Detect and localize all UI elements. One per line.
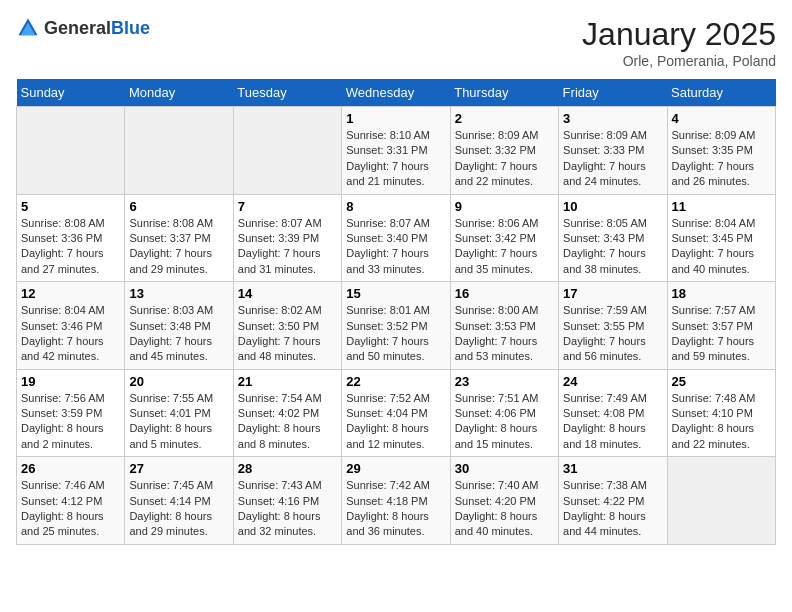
day-content: Sunrise: 7:46 AMSunset: 4:12 PMDaylight:… — [21, 478, 120, 540]
day-cell — [233, 107, 341, 195]
day-number: 11 — [672, 199, 771, 214]
day-content: Sunrise: 8:09 AMSunset: 3:32 PMDaylight:… — [455, 128, 554, 190]
day-cell: 30Sunrise: 7:40 AMSunset: 4:20 PMDayligh… — [450, 457, 558, 545]
day-number: 9 — [455, 199, 554, 214]
day-content: Sunrise: 7:57 AMSunset: 3:57 PMDaylight:… — [672, 303, 771, 365]
day-cell: 11Sunrise: 8:04 AMSunset: 3:45 PMDayligh… — [667, 194, 775, 282]
day-number: 28 — [238, 461, 337, 476]
header-thursday: Thursday — [450, 79, 558, 107]
week-row-1: 5Sunrise: 8:08 AMSunset: 3:36 PMDaylight… — [17, 194, 776, 282]
day-cell: 25Sunrise: 7:48 AMSunset: 4:10 PMDayligh… — [667, 369, 775, 457]
day-content: Sunrise: 8:00 AMSunset: 3:53 PMDaylight:… — [455, 303, 554, 365]
day-content: Sunrise: 7:49 AMSunset: 4:08 PMDaylight:… — [563, 391, 662, 453]
day-cell: 6Sunrise: 8:08 AMSunset: 3:37 PMDaylight… — [125, 194, 233, 282]
logo: GeneralBlue — [16, 16, 150, 40]
day-content: Sunrise: 8:09 AMSunset: 3:35 PMDaylight:… — [672, 128, 771, 190]
week-row-2: 12Sunrise: 8:04 AMSunset: 3:46 PMDayligh… — [17, 282, 776, 370]
day-content: Sunrise: 8:01 AMSunset: 3:52 PMDaylight:… — [346, 303, 445, 365]
day-cell: 23Sunrise: 7:51 AMSunset: 4:06 PMDayligh… — [450, 369, 558, 457]
day-content: Sunrise: 7:40 AMSunset: 4:20 PMDaylight:… — [455, 478, 554, 540]
header-sunday: Sunday — [17, 79, 125, 107]
day-content: Sunrise: 8:06 AMSunset: 3:42 PMDaylight:… — [455, 216, 554, 278]
day-content: Sunrise: 7:45 AMSunset: 4:14 PMDaylight:… — [129, 478, 228, 540]
day-cell: 2Sunrise: 8:09 AMSunset: 3:32 PMDaylight… — [450, 107, 558, 195]
day-content: Sunrise: 8:07 AMSunset: 3:39 PMDaylight:… — [238, 216, 337, 278]
day-cell: 16Sunrise: 8:00 AMSunset: 3:53 PMDayligh… — [450, 282, 558, 370]
day-number: 12 — [21, 286, 120, 301]
day-number: 21 — [238, 374, 337, 389]
logo-text-blue: Blue — [111, 18, 150, 38]
header-wednesday: Wednesday — [342, 79, 450, 107]
day-cell: 19Sunrise: 7:56 AMSunset: 3:59 PMDayligh… — [17, 369, 125, 457]
day-number: 20 — [129, 374, 228, 389]
day-cell: 17Sunrise: 7:59 AMSunset: 3:55 PMDayligh… — [559, 282, 667, 370]
day-cell: 8Sunrise: 8:07 AMSunset: 3:40 PMDaylight… — [342, 194, 450, 282]
day-cell: 18Sunrise: 7:57 AMSunset: 3:57 PMDayligh… — [667, 282, 775, 370]
day-number: 24 — [563, 374, 662, 389]
day-number: 15 — [346, 286, 445, 301]
day-number: 6 — [129, 199, 228, 214]
day-content: Sunrise: 8:10 AMSunset: 3:31 PMDaylight:… — [346, 128, 445, 190]
day-content: Sunrise: 8:02 AMSunset: 3:50 PMDaylight:… — [238, 303, 337, 365]
calendar-header: SundayMondayTuesdayWednesdayThursdayFrid… — [17, 79, 776, 107]
day-cell: 7Sunrise: 8:07 AMSunset: 3:39 PMDaylight… — [233, 194, 341, 282]
header-row: SundayMondayTuesdayWednesdayThursdayFrid… — [17, 79, 776, 107]
week-row-0: 1Sunrise: 8:10 AMSunset: 3:31 PMDaylight… — [17, 107, 776, 195]
day-cell: 31Sunrise: 7:38 AMSunset: 4:22 PMDayligh… — [559, 457, 667, 545]
day-number: 4 — [672, 111, 771, 126]
day-cell: 21Sunrise: 7:54 AMSunset: 4:02 PMDayligh… — [233, 369, 341, 457]
day-cell: 20Sunrise: 7:55 AMSunset: 4:01 PMDayligh… — [125, 369, 233, 457]
day-cell: 1Sunrise: 8:10 AMSunset: 3:31 PMDaylight… — [342, 107, 450, 195]
day-content: Sunrise: 8:09 AMSunset: 3:33 PMDaylight:… — [563, 128, 662, 190]
day-number: 2 — [455, 111, 554, 126]
day-number: 7 — [238, 199, 337, 214]
day-cell: 5Sunrise: 8:08 AMSunset: 3:36 PMDaylight… — [17, 194, 125, 282]
day-number: 27 — [129, 461, 228, 476]
day-cell: 14Sunrise: 8:02 AMSunset: 3:50 PMDayligh… — [233, 282, 341, 370]
day-number: 18 — [672, 286, 771, 301]
calendar-title: January 2025 — [582, 16, 776, 53]
day-number: 10 — [563, 199, 662, 214]
day-content: Sunrise: 7:52 AMSunset: 4:04 PMDaylight:… — [346, 391, 445, 453]
day-content: Sunrise: 7:48 AMSunset: 4:10 PMDaylight:… — [672, 391, 771, 453]
day-number: 23 — [455, 374, 554, 389]
header-monday: Monday — [125, 79, 233, 107]
week-row-4: 26Sunrise: 7:46 AMSunset: 4:12 PMDayligh… — [17, 457, 776, 545]
day-content: Sunrise: 8:05 AMSunset: 3:43 PMDaylight:… — [563, 216, 662, 278]
day-cell: 22Sunrise: 7:52 AMSunset: 4:04 PMDayligh… — [342, 369, 450, 457]
day-cell: 3Sunrise: 8:09 AMSunset: 3:33 PMDaylight… — [559, 107, 667, 195]
day-content: Sunrise: 7:42 AMSunset: 4:18 PMDaylight:… — [346, 478, 445, 540]
day-cell: 29Sunrise: 7:42 AMSunset: 4:18 PMDayligh… — [342, 457, 450, 545]
day-cell: 12Sunrise: 8:04 AMSunset: 3:46 PMDayligh… — [17, 282, 125, 370]
day-cell: 28Sunrise: 7:43 AMSunset: 4:16 PMDayligh… — [233, 457, 341, 545]
day-cell: 27Sunrise: 7:45 AMSunset: 4:14 PMDayligh… — [125, 457, 233, 545]
day-cell: 24Sunrise: 7:49 AMSunset: 4:08 PMDayligh… — [559, 369, 667, 457]
day-content: Sunrise: 8:03 AMSunset: 3:48 PMDaylight:… — [129, 303, 228, 365]
day-cell: 4Sunrise: 8:09 AMSunset: 3:35 PMDaylight… — [667, 107, 775, 195]
calendar-subtitle: Orle, Pomerania, Poland — [582, 53, 776, 69]
day-content: Sunrise: 8:04 AMSunset: 3:46 PMDaylight:… — [21, 303, 120, 365]
day-cell — [17, 107, 125, 195]
day-content: Sunrise: 7:54 AMSunset: 4:02 PMDaylight:… — [238, 391, 337, 453]
day-content: Sunrise: 8:08 AMSunset: 3:36 PMDaylight:… — [21, 216, 120, 278]
day-cell: 26Sunrise: 7:46 AMSunset: 4:12 PMDayligh… — [17, 457, 125, 545]
day-content: Sunrise: 7:55 AMSunset: 4:01 PMDaylight:… — [129, 391, 228, 453]
day-content: Sunrise: 7:43 AMSunset: 4:16 PMDaylight:… — [238, 478, 337, 540]
day-content: Sunrise: 8:07 AMSunset: 3:40 PMDaylight:… — [346, 216, 445, 278]
day-content: Sunrise: 7:56 AMSunset: 3:59 PMDaylight:… — [21, 391, 120, 453]
day-number: 17 — [563, 286, 662, 301]
day-cell — [125, 107, 233, 195]
day-content: Sunrise: 7:59 AMSunset: 3:55 PMDaylight:… — [563, 303, 662, 365]
day-content: Sunrise: 7:51 AMSunset: 4:06 PMDaylight:… — [455, 391, 554, 453]
calendar-table: SundayMondayTuesdayWednesdayThursdayFrid… — [16, 79, 776, 545]
logo-text-general: General — [44, 18, 111, 38]
day-content: Sunrise: 8:04 AMSunset: 3:45 PMDaylight:… — [672, 216, 771, 278]
day-cell: 13Sunrise: 8:03 AMSunset: 3:48 PMDayligh… — [125, 282, 233, 370]
logo-icon — [16, 16, 40, 40]
day-number: 22 — [346, 374, 445, 389]
day-cell — [667, 457, 775, 545]
day-cell: 9Sunrise: 8:06 AMSunset: 3:42 PMDaylight… — [450, 194, 558, 282]
day-cell: 10Sunrise: 8:05 AMSunset: 3:43 PMDayligh… — [559, 194, 667, 282]
day-number: 25 — [672, 374, 771, 389]
day-number: 1 — [346, 111, 445, 126]
